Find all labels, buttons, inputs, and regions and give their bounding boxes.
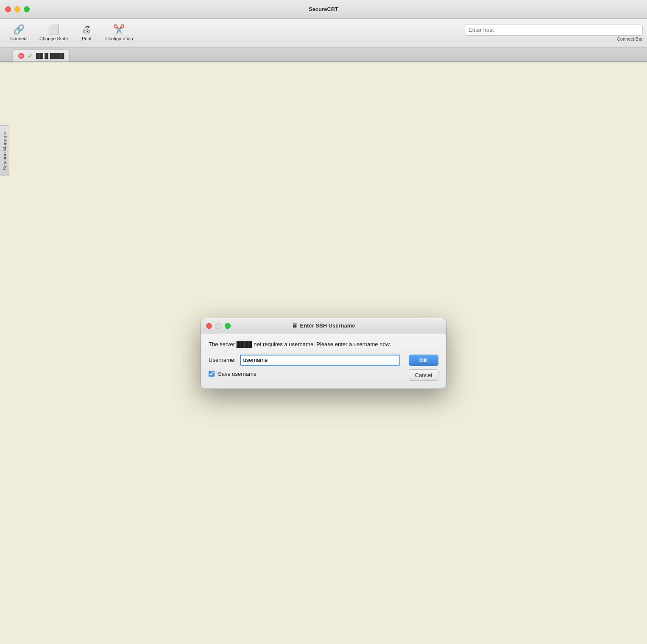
dialog-maximize-button[interactable] xyxy=(225,323,231,329)
print-label: Print xyxy=(82,36,92,41)
window-title: SecureCRT xyxy=(309,6,338,12)
modal-overlay: 🖥 Enter SSH Username The server ████.net… xyxy=(0,63,647,644)
print-icon: 🖨 xyxy=(82,25,91,34)
dialog-titlebar: 🖥 Enter SSH Username xyxy=(201,318,446,333)
username-input-row: Username: xyxy=(209,355,400,366)
dialog-title-icon: 🖥 xyxy=(292,322,297,329)
dialog-title: 🖥 Enter SSH Username xyxy=(292,322,355,329)
configuration-icon: ✂️ xyxy=(113,25,125,34)
toolbar: 🔗 Connect ⬜ Change State 🖨 Print ✂️ Conf… xyxy=(0,19,647,47)
dialog-title-text: Enter SSH Username xyxy=(300,322,355,329)
dialog-minimize-button xyxy=(215,323,221,329)
tab-close-icon: × xyxy=(20,54,22,58)
host-input[interactable] xyxy=(465,25,643,36)
save-username-label: Save username xyxy=(218,371,257,377)
dialog-close-button[interactable] xyxy=(206,323,212,329)
maximize-button[interactable] xyxy=(24,6,30,12)
cancel-button[interactable]: Cancel xyxy=(409,369,438,381)
dialog-buttons: OK Cancel xyxy=(409,355,438,381)
username-input[interactable] xyxy=(240,355,400,366)
title-bar: SecureCRT xyxy=(0,0,647,19)
connect-button[interactable]: 🔗 Connect xyxy=(4,22,33,44)
tab-bar: × ✓ ██ █ ████ xyxy=(0,47,647,62)
window-traffic-lights xyxy=(5,6,30,12)
print-button[interactable]: 🖨 Print xyxy=(74,22,99,44)
username-label: Username: xyxy=(209,357,236,363)
dialog-body: The server ████.net requires a username.… xyxy=(201,333,446,389)
connect-icon: 🔗 xyxy=(13,25,25,34)
configuration-label: Configuration xyxy=(105,36,133,41)
save-username-checkbox[interactable] xyxy=(209,371,215,377)
configuration-button[interactable]: ✂️ Configuration xyxy=(99,22,139,44)
change-state-icon: ⬜ xyxy=(48,25,59,34)
dialog-traffic-lights xyxy=(206,323,231,329)
ok-button[interactable]: OK xyxy=(409,355,438,366)
session-tab[interactable]: × ✓ ██ █ ████ xyxy=(13,50,70,61)
close-button[interactable] xyxy=(5,6,11,12)
change-state-label: Change State xyxy=(39,36,68,41)
connect-label: Connect xyxy=(10,36,28,41)
toolbar-right: Connect Bar xyxy=(465,25,643,42)
ssh-username-dialog: 🖥 Enter SSH Username The server ████.net… xyxy=(201,318,446,389)
tab-connected-icon: ✓ xyxy=(28,53,33,59)
connect-bar-label: Connect Bar xyxy=(617,36,643,42)
main-content-area: Session Manager 🖥 Enter SSH Username The… xyxy=(0,63,647,644)
minimize-button[interactable] xyxy=(14,6,20,12)
tab-label: ██ █ ████ xyxy=(36,53,64,59)
save-username-row: Save username xyxy=(209,371,400,377)
change-state-button[interactable]: ⬜ Change State xyxy=(33,22,74,44)
dialog-message: The server ████.net requires a username.… xyxy=(209,340,438,349)
tab-close-button[interactable]: × xyxy=(18,53,24,59)
